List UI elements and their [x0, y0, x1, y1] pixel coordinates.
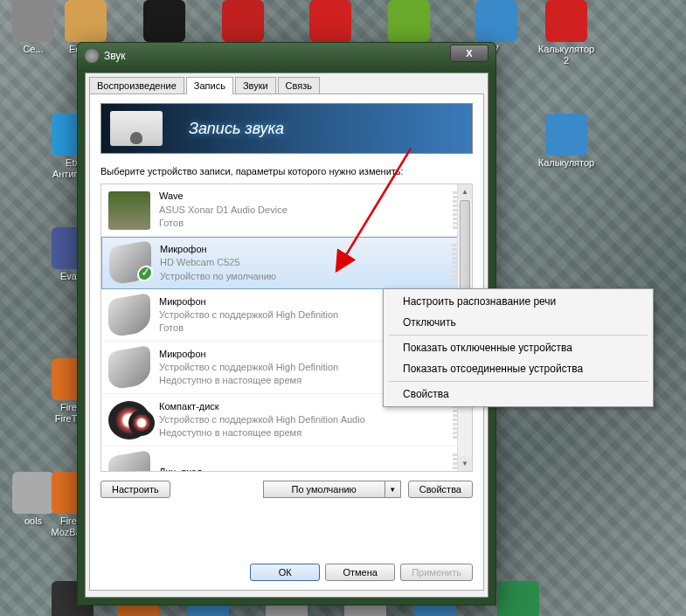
device-info: Лин. вход	[159, 466, 447, 472]
dialog-buttons: ОК Отмена Применить	[250, 564, 473, 581]
device-row[interactable]: Лин. вход	[101, 446, 472, 472]
configure-button[interactable]: Настроить	[100, 481, 170, 498]
card-icon	[108, 191, 150, 230]
app-icon	[12, 0, 54, 42]
tab-Воспроизведение[interactable]: Воспроизведение	[89, 77, 184, 94]
close-button[interactable]: X	[450, 45, 489, 62]
app-icon	[143, 0, 185, 42]
menu-item[interactable]: Показать отключенные устройства	[385, 337, 651, 358]
desktop-icon[interactable]: Калькулятор 2	[533, 0, 599, 66]
default-dropdown-label[interactable]: По умолчанию	[263, 481, 385, 498]
desktop-icon[interactable]	[210, 0, 276, 44]
device-driver: ASUS Xonar D1 Audio Device	[159, 204, 447, 217]
device-row[interactable]: Микрофон HD Webcam C525 Устройство по ум…	[101, 237, 472, 289]
device-info: Микрофон HD Webcam C525 Устройство по ум…	[160, 243, 447, 283]
apply-button[interactable]: Применить	[400, 564, 473, 581]
scroll-down-icon[interactable]: ▼	[458, 456, 472, 471]
app-icon	[497, 581, 539, 616]
app-icon	[388, 0, 430, 42]
desktop-icon[interactable]	[131, 0, 197, 44]
menu-item[interactable]: Показать отсоединенные устройства	[385, 358, 651, 379]
cd-icon	[108, 401, 150, 440]
speaker-icon	[85, 49, 99, 63]
device-name: Wave	[159, 190, 447, 203]
tab-Связь[interactable]: Связь	[278, 77, 320, 94]
tab-Звуки[interactable]: Звуки	[235, 77, 276, 94]
device-info: Wave ASUS Xonar D1 Audio Device Готов	[159, 190, 447, 230]
mic-icon	[109, 240, 151, 286]
window-title: Звук	[104, 50, 126, 62]
icon-label: Калькулятор 2	[533, 44, 599, 66]
device-status: Готов	[159, 217, 447, 230]
tab-Запись[interactable]: Запись	[186, 77, 233, 94]
app-icon	[309, 0, 351, 42]
default-check-icon	[137, 264, 153, 282]
titlebar[interactable]: Звук X	[78, 43, 495, 69]
tab-strip: ВоспроизведениеЗаписьЗвукиСвязь	[86, 73, 488, 94]
mic-icon	[108, 292, 150, 337]
desktop-icon[interactable]	[297, 0, 364, 44]
device-status: Недоступно в настоящее время	[159, 426, 447, 440]
device-row[interactable]: Wave ASUS Xonar D1 Audio Device Готов	[101, 184, 472, 237]
device-status: Устройство по умолчанию	[160, 270, 447, 283]
app-icon	[475, 0, 517, 42]
context-menu[interactable]: Настроить распознавание речиОтключитьПок…	[383, 288, 654, 407]
bottom-toolbar: Настроить По умолчанию ▼ Свойства	[100, 481, 473, 498]
menu-item[interactable]: Отключить	[385, 312, 651, 333]
app-icon	[545, 0, 587, 42]
properties-button[interactable]: Свойства	[408, 481, 473, 498]
menu-item[interactable]: Свойства	[385, 384, 651, 405]
menu-separator	[389, 335, 648, 336]
scroll-up-icon[interactable]: ▲	[458, 184, 472, 199]
desktop-icon[interactable]: Калькулятор	[533, 114, 599, 169]
banner-text: Запись звука	[189, 120, 284, 138]
menu-separator	[389, 381, 648, 382]
device-name: Микрофон	[160, 243, 447, 256]
device-driver: HD Webcam C525	[160, 256, 447, 269]
mic-icon	[108, 344, 150, 390]
vu-meter-icon	[110, 111, 163, 146]
app-icon	[65, 0, 107, 42]
default-dropdown[interactable]: По умолчанию ▼	[263, 481, 401, 498]
app-icon	[222, 0, 264, 42]
ok-button[interactable]: ОК	[250, 564, 320, 581]
cancel-button[interactable]: Отмена	[325, 564, 395, 581]
device-name: Лин. вход	[159, 466, 447, 472]
device-driver: Устройство с поддержкой High Definition …	[159, 413, 447, 426]
desktop-icon[interactable]	[376, 0, 442, 44]
menu-item[interactable]: Настроить распознавание речи	[385, 291, 651, 312]
chevron-down-icon[interactable]: ▼	[385, 481, 401, 498]
banner: Запись звука	[100, 103, 473, 154]
instruction-text: Выберите устройство записи, параметры ко…	[100, 166, 473, 176]
mic-icon	[108, 449, 150, 472]
icon-label: Калькулятор	[533, 157, 599, 169]
app-icon	[545, 114, 587, 156]
